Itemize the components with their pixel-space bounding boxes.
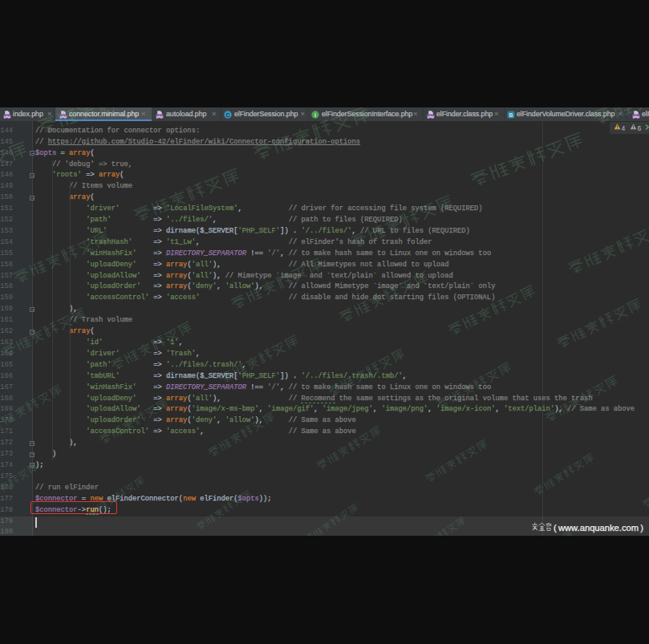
svg-text:php: php: [633, 114, 639, 118]
svg-text:I: I: [314, 111, 316, 117]
svg-text:4: 4: [622, 124, 626, 132]
svg-text:( www.anquanke.com ): ( www.anquanke.com ): [554, 523, 643, 533]
svg-text:php: php: [4, 114, 10, 118]
svg-text:php: php: [428, 114, 434, 118]
svg-text:C: C: [225, 111, 229, 117]
svg-text:php: php: [60, 114, 67, 118]
svg-text:6: 6: [638, 124, 642, 132]
svg-text:php: php: [156, 114, 163, 118]
svg-text:B: B: [509, 111, 513, 117]
